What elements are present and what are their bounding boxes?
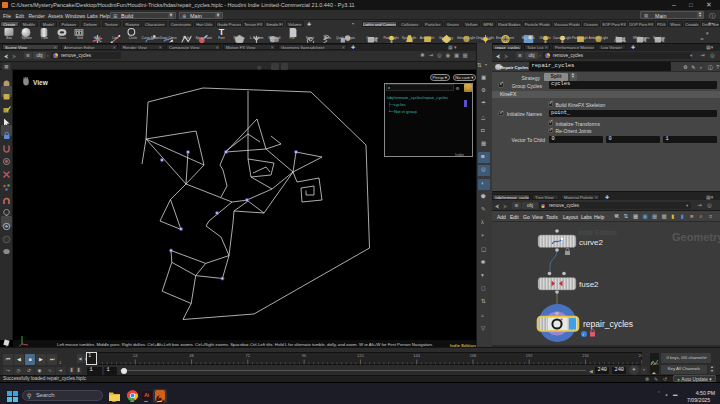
svg-text:fuse2: fuse2 — [579, 280, 599, 289]
svg-text:168: 168 — [470, 352, 477, 357]
svg-text:repair_cycles: repair_cycles — [583, 319, 633, 329]
svg-text:24: 24 — [133, 352, 138, 357]
svg-text:120: 120 — [357, 352, 364, 357]
svg-text:72: 72 — [246, 352, 251, 357]
svg-text:144: 144 — [413, 352, 420, 357]
svg-text:216: 216 — [582, 352, 589, 357]
svg-text:48: 48 — [189, 352, 194, 357]
svg-text:240: 240 — [638, 352, 642, 357]
svg-text:96: 96 — [302, 352, 307, 357]
svg-text:192: 192 — [526, 352, 533, 357]
svg-text:curve2: curve2 — [579, 238, 604, 247]
